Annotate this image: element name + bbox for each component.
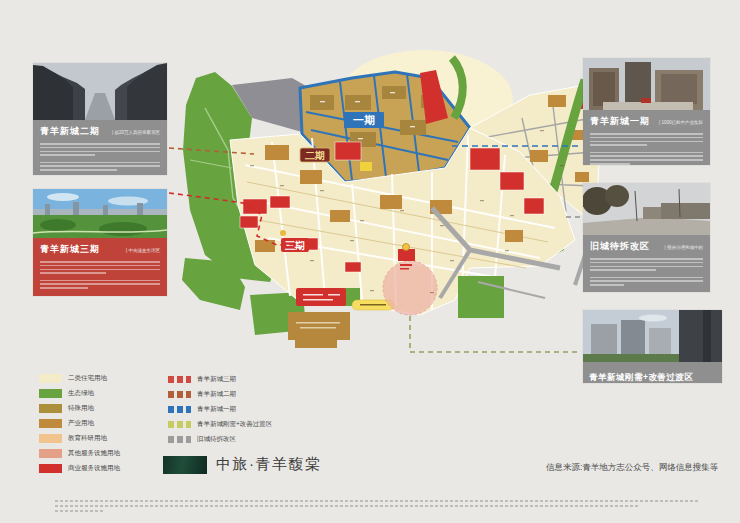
brand-logo: 中旅·青羊馥棠	[163, 455, 322, 474]
card-phase3-tag: | 中央绿意生活区	[126, 248, 160, 253]
card-phase2-tag: | 超20万人高密度聚居区	[112, 130, 160, 135]
card-oldtown: 旧城待拆改区 | 亟待治理的城中村	[583, 183, 710, 292]
legend-row: 其他服务设施用地	[39, 449, 120, 458]
card-phase1-title: 青羊新城一期	[590, 115, 650, 128]
legend-swatch-industry	[39, 419, 62, 428]
legend-landuse: 二类住宅用地 生态绿地 特殊用地 产业用地 教育科研用地 其他服务设施用地 商业…	[39, 374, 120, 473]
connector-transition	[410, 316, 579, 352]
legend-swatch-residential	[39, 374, 62, 383]
legend-swatch-other-service	[39, 449, 62, 458]
legend-swatch-commercial	[39, 464, 62, 473]
legend-row: 生态绿地	[39, 389, 120, 398]
map-yellow-parcel	[360, 162, 372, 171]
fine-print-line	[55, 505, 640, 507]
infographic-page: 一期 二期 三期 青	[0, 0, 740, 523]
card-phase3-title: 青羊新城三期	[40, 243, 100, 256]
legend-row: 商业服务设施用地	[39, 464, 120, 473]
card-oldtown-paragraph	[590, 258, 703, 286]
legend-row: 青羊新城二期	[168, 390, 272, 399]
legend-row: 产业用地	[39, 419, 120, 428]
legend-districts: 青羊新城三期 青羊新城二期 青羊新城一期 青羊新城刚需+改善过渡区 旧城待拆改区	[168, 375, 272, 444]
legend-row: 青羊新城三期	[168, 375, 272, 384]
legend-swatch-transition-line	[168, 421, 191, 428]
svg-text:二期: 二期	[305, 150, 325, 161]
photo-transition-residential-towers	[583, 310, 722, 362]
legend-row: 教育科研用地	[39, 434, 120, 443]
card-oldtown-title: 旧城待拆改区	[590, 240, 650, 253]
legend-swatch-phase2-line	[168, 391, 191, 398]
svg-text:三期: 三期	[285, 240, 305, 251]
photo-phase3-central-park	[33, 189, 167, 238]
map-label-phase2: 二期	[300, 148, 330, 162]
legend-swatch-special	[39, 404, 62, 413]
legend-row: 青羊新城刚需+改善过渡区	[168, 420, 272, 429]
card-phase2-title: 青羊新城二期	[40, 125, 100, 138]
legend-swatch-phase1-line	[168, 406, 191, 413]
brand-logo-text: 中旅·青羊馥棠	[216, 455, 322, 474]
map-red-banner	[296, 288, 346, 306]
card-transition-title: 青羊新城刚需+改善过渡区	[589, 372, 693, 382]
info-source-text: 信息来源:青羊地方志公众号、网络信息搜集等	[546, 462, 718, 474]
card-oldtown-tag: | 亟待治理的城中村	[665, 245, 703, 250]
legend-row: 旧城待拆改区	[168, 435, 272, 444]
card-phase3: 青羊新城三期 | 中央绿意生活区	[33, 189, 167, 296]
legend-swatch-oldtown-line	[168, 436, 191, 443]
map-label-phase1: 一期	[344, 112, 384, 128]
fine-print-line	[55, 500, 700, 502]
photo-oldtown-village-street	[583, 183, 710, 235]
map-rail-depot	[288, 312, 350, 348]
legend-swatch-education	[39, 434, 62, 443]
card-transition: 青羊新城刚需+改善过渡区	[583, 310, 722, 383]
legend-row: 二类住宅用地	[39, 374, 120, 383]
card-phase1-paragraph	[590, 133, 703, 165]
svg-text:一期: 一期	[353, 114, 375, 126]
legend-swatch-phase3-line	[168, 376, 191, 383]
card-phase1-tag: | 1000亿航空产业集群	[659, 120, 703, 125]
brand-logo-image	[163, 456, 207, 474]
legend-row: 特殊用地	[39, 404, 120, 413]
card-phase2: 青羊新城二期 | 超20万人高密度聚居区	[33, 63, 167, 175]
legend-row: 青羊新城一期	[168, 405, 272, 414]
card-phase1: 青羊新城一期 | 1000亿航空产业集群	[583, 58, 710, 165]
card-phase3-paragraph	[40, 261, 160, 289]
photo-phase2-street-canyon	[33, 63, 167, 120]
legend-swatch-eco-green	[39, 389, 62, 398]
fine-print-line	[55, 510, 103, 512]
photo-phase1-office-towers	[583, 58, 710, 110]
card-phase2-paragraph	[40, 143, 160, 171]
